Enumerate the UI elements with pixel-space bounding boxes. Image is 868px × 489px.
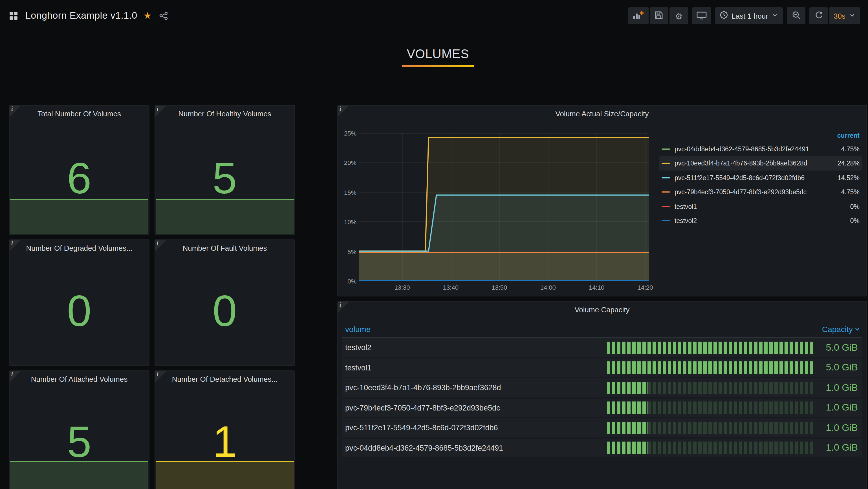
- panel-title[interactable]: Volume Capacity: [338, 301, 866, 317]
- stat-sparkline: [156, 199, 294, 234]
- capacity-value-cell: 5.0 GiB: [813, 342, 862, 353]
- legend-series-name[interactable]: pvc-04dd8eb4-d362-4579-8685-5b3d2fe24491: [675, 146, 809, 152]
- capacity-value-cell: 1.0 GiB: [813, 402, 862, 413]
- stat-panel-fault-volumes: i Number Of Fault Volumes 0: [155, 239, 295, 366]
- panel-info-icon[interactable]: i: [9, 106, 21, 117]
- stat-panel-detached-volumes: i Number Of Detached Volumes... 1: [155, 370, 295, 489]
- panel-volume-actual-size-capacity: i Volume Actual Size/Capacity current pv…: [337, 105, 867, 296]
- capacity-value-cell: 1.0 GiB: [813, 422, 862, 433]
- legend-series-name[interactable]: pvc-10eed3f4-b7a1-4b76-893b-2bb9aef3628d: [675, 160, 807, 167]
- x-axis-tick-label: 13:40: [437, 284, 465, 291]
- dashboard-title: Longhorn Example v1.1.0: [25, 10, 137, 22]
- favorite-star-icon[interactable]: ★: [144, 11, 152, 20]
- panel-title[interactable]: Number Of Fault Volumes: [155, 240, 294, 256]
- stat-panel-attached-volumes: i Number Of Attached Volumes 5: [9, 370, 150, 489]
- series-color-icon: [661, 177, 670, 178]
- volume-name-cell: testvol1: [342, 363, 607, 372]
- x-axis-tick-label: 14:10: [583, 284, 611, 291]
- capacity-led-gauge: [607, 362, 813, 374]
- legend-current-column-header[interactable]: current: [659, 129, 862, 142]
- panel-info-icon[interactable]: i: [155, 371, 166, 382]
- capacity-led-gauge: [607, 401, 813, 414]
- stat-sparkline: [10, 461, 148, 489]
- clock-icon: [720, 11, 728, 21]
- table-row: pvc-10eed3f4-b7a1-4b76-893b-2bb9aef3628d…: [342, 378, 862, 397]
- stat-sparkline: [10, 199, 148, 234]
- series-color-icon: [661, 221, 670, 222]
- monitor-icon: [696, 10, 707, 21]
- stat-panel-degraded-volumes: i Number Of Degraded Volumes... 0: [9, 239, 150, 366]
- add-panel-button[interactable]: [628, 7, 649, 24]
- capacity-led-gauge-fill: [607, 341, 813, 354]
- stat-value: 0: [9, 256, 149, 365]
- volume-name-cell: pvc-04dd8eb4-d362-4579-8685-5b3d2fe24491: [342, 443, 607, 452]
- zoom-out-icon: [792, 10, 801, 21]
- panel-info-icon[interactable]: i: [338, 301, 349, 313]
- dashboard-actions-group: ⚙: [628, 7, 688, 24]
- stat-panel-total-volumes: i Total Number Of Volumes 6: [9, 105, 150, 235]
- legend-row: testvol20%: [659, 214, 862, 228]
- legend-current-value: 24.28%: [832, 160, 860, 167]
- column-header-capacity-label: Capacity: [822, 325, 853, 334]
- navbar-left: Longhorn Example v1.1.0 ★: [8, 10, 169, 22]
- refresh-button[interactable]: [809, 7, 828, 24]
- refresh-interval-picker[interactable]: 30s: [829, 7, 860, 24]
- legend-series-name[interactable]: testvol1: [675, 203, 697, 210]
- table-row: pvc-79b4ecf3-7050-4d77-8bf3-e292d93be5dc…: [342, 398, 862, 417]
- column-header-capacity[interactable]: Capacity: [822, 325, 862, 334]
- panel-title[interactable]: Number Of Detached Volumes...: [155, 371, 294, 387]
- column-header-volume[interactable]: volume: [342, 325, 371, 334]
- y-axis-tick-label: 10%: [339, 219, 356, 225]
- legend-current-value: 4.75%: [836, 189, 860, 196]
- panel-info-icon[interactable]: i: [155, 106, 166, 117]
- legend-row: pvc-511f2e17-5549-42d5-8c6d-072f3d02fdb6…: [659, 171, 862, 185]
- panel-info-icon[interactable]: i: [9, 371, 21, 382]
- apps-grid-icon[interactable]: [8, 10, 19, 22]
- time-series-plot-area[interactable]: [359, 133, 649, 281]
- dashboard-settings-button[interactable]: ⚙: [670, 7, 688, 24]
- refresh-interval-label: 30s: [834, 11, 845, 20]
- volume-name-cell: pvc-79b4ecf3-7050-4d77-8bf3-e292d93be5dc: [342, 403, 607, 412]
- panel-title[interactable]: Number Of Attached Volumes: [9, 371, 149, 387]
- panel-title[interactable]: Volume Actual Size/Capacity: [338, 106, 866, 121]
- y-axis-tick-label: 25%: [339, 130, 356, 137]
- series-color-icon: [661, 163, 670, 164]
- section-heading-volumes: VOLUMES: [9, 47, 867, 62]
- legend-row: pvc-79b4ecf3-7050-4d77-8bf3-e292d93be5dc…: [659, 185, 862, 199]
- stat-sparkline: [156, 461, 294, 489]
- legend-series-name[interactable]: testvol2: [675, 218, 697, 225]
- capacity-value-cell: 5.0 GiB: [813, 362, 862, 373]
- panel-info-icon[interactable]: i: [9, 240, 21, 251]
- cycle-view-mode-button[interactable]: [692, 7, 711, 24]
- sort-desc-chevron-icon: [855, 325, 860, 334]
- legend-current-value: 14.52%: [832, 174, 860, 181]
- capacity-led-gauge: [607, 422, 813, 434]
- zoom-out-time-button[interactable]: [787, 7, 805, 24]
- capacity-led-gauge: [607, 441, 813, 454]
- save-dashboard-button[interactable]: [650, 7, 668, 24]
- volume-name-cell: testvol2: [342, 343, 607, 352]
- legend-series-name[interactable]: pvc-79b4ecf3-7050-4d77-8bf3-e292d93be5dc: [675, 189, 807, 196]
- stat-panels-grid: i Total Number Of Volumes 6 i Number Of …: [9, 105, 295, 489]
- panel-title[interactable]: Number Of Degraded Volumes...: [9, 240, 149, 256]
- chevron-down-icon: [772, 11, 778, 20]
- capacity-led-gauge-fill: [607, 401, 648, 414]
- table-row: pvc-04dd8eb4-d362-4579-8685-5b3d2fe24491…: [342, 438, 862, 457]
- x-axis-tick-label: 14:00: [534, 284, 562, 291]
- section-heading-underline: [402, 65, 474, 67]
- legend-series-name[interactable]: pvc-511f2e17-5549-42d5-8c6d-072f3d02fdb6: [675, 174, 805, 181]
- panel-title[interactable]: Number Of Healthy Volumes: [155, 106, 294, 121]
- y-axis-tick-label: 15%: [339, 189, 356, 196]
- legend-current-value: 0%: [845, 218, 860, 225]
- table-body: testvol25.0 GiBtestvol15.0 GiBpvc-10eed3…: [342, 338, 862, 459]
- panel-info-icon[interactable]: i: [338, 106, 349, 117]
- capacity-led-gauge-fill: [607, 441, 648, 454]
- legend-rows: pvc-04dd8eb4-d362-4579-8685-5b3d2fe24491…: [659, 142, 862, 228]
- time-range-picker[interactable]: Last 1 hour: [715, 7, 783, 24]
- series-color-icon: [661, 148, 670, 150]
- panel-title[interactable]: Total Number Of Volumes: [9, 106, 149, 121]
- save-dashboard-icon: [654, 10, 663, 21]
- table-row: testvol15.0 GiB: [342, 358, 862, 377]
- share-dashboard-icon[interactable]: [158, 10, 169, 22]
- panel-info-icon[interactable]: i: [155, 240, 166, 251]
